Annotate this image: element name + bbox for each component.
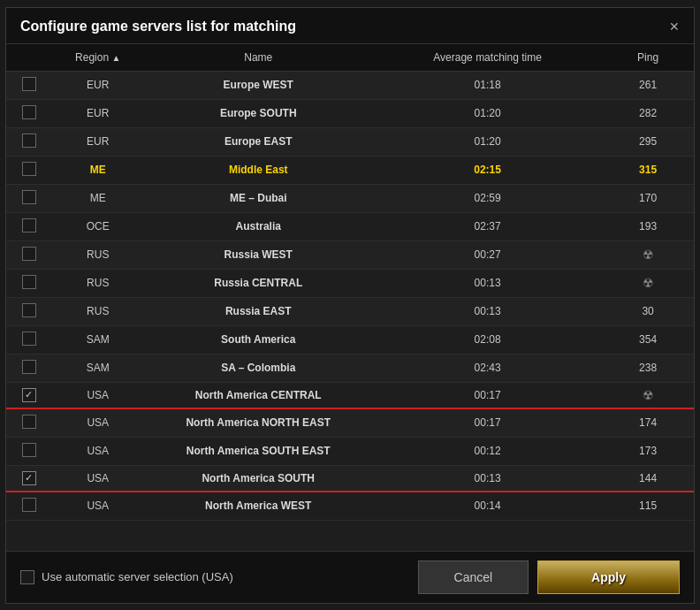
cell-avg-time: 02:37 (373, 212, 602, 240)
cell-name: SA – Colombia (144, 354, 373, 382)
ping-loading-icon: ☢ (643, 388, 654, 402)
cell-name: Australia (144, 212, 373, 240)
cell-region: RUS (52, 269, 144, 297)
row-checkbox[interactable] (22, 105, 36, 119)
row-checkbox[interactable] (22, 388, 36, 402)
apply-button[interactable]: Apply (537, 560, 680, 594)
row-checkbox[interactable] (22, 498, 36, 512)
table-row: USANorth America SOUTH00:13144 (6, 465, 694, 492)
cell-avg-time: 01:20 (373, 127, 602, 156)
cell-avg-time: 01:20 (373, 99, 602, 127)
table-row: EUREurope EAST01:20295 (6, 127, 694, 156)
cell-ping: ☢ (602, 269, 694, 297)
table-row: USANorth America SOUTH EAST00:12173 (6, 437, 694, 465)
cell-region: USA (52, 408, 144, 438)
cancel-button[interactable]: Cancel (418, 560, 529, 594)
cell-name: Europe WEST (144, 71, 373, 99)
cell-region: RUS (52, 297, 144, 325)
cell-ping: 174 (602, 408, 694, 438)
cell-avg-time: 00:17 (373, 382, 602, 408)
sort-icon: ▲ (111, 53, 120, 63)
table-body: EUREurope WEST01:18261EUREurope SOUTH01:… (6, 71, 694, 520)
row-checkbox[interactable] (22, 77, 36, 91)
cell-ping: 238 (602, 354, 694, 382)
table-row: RUSRussia CENTRAL00:13☢ (6, 269, 694, 297)
auto-select-label: Use automatic server selection (USA) (42, 570, 233, 583)
cell-name: North America WEST (144, 492, 373, 521)
cell-avg-time: 02:59 (373, 184, 602, 212)
table-row: RUSRussia EAST00:1330 (6, 297, 694, 325)
table-row: RUSRussia WEST00:27☢ (6, 240, 694, 269)
row-checkbox[interactable] (22, 275, 36, 289)
cell-avg-time: 02:43 (373, 354, 602, 382)
row-checkbox[interactable] (22, 133, 36, 148)
cell-ping: 261 (602, 71, 694, 99)
table-row: MEME – Dubai02:59170 (6, 184, 694, 212)
auto-select-option: Use automatic server selection (USA) (20, 570, 409, 584)
cell-avg-time: 00:13 (373, 269, 602, 297)
cell-avg-time: 00:12 (373, 437, 602, 465)
cell-ping: 144 (602, 465, 694, 492)
cell-ping: ☢ (602, 240, 694, 269)
ping-loading-icon: ☢ (643, 276, 654, 290)
cell-name: Russia WEST (144, 240, 373, 269)
row-checkbox[interactable] (22, 415, 36, 429)
table-row: USANorth America CENTRAL00:17☢ (6, 382, 694, 408)
cell-name: South America (144, 325, 373, 354)
table-row: EUREurope WEST01:18261 (6, 71, 694, 99)
cell-region: EUR (52, 99, 144, 127)
row-checkbox[interactable] (22, 471, 36, 485)
col-region[interactable]: Region ▲ (52, 44, 144, 72)
cell-region: EUR (52, 127, 144, 156)
cell-ping: 170 (602, 184, 694, 212)
row-checkbox[interactable] (22, 360, 36, 374)
cell-ping: 282 (602, 99, 694, 127)
table-row: USANorth America WEST00:14115 (6, 492, 694, 521)
cell-region: ME (52, 184, 144, 212)
cell-avg-time: 02:15 (373, 156, 602, 184)
row-checkbox[interactable] (22, 218, 36, 233)
cell-avg-time: 00:13 (373, 297, 602, 325)
cell-ping: 173 (602, 437, 694, 465)
row-checkbox[interactable] (22, 190, 36, 204)
table-row: SAMSouth America02:08354 (6, 325, 694, 354)
cell-ping: 315 (602, 156, 694, 184)
cell-region: SAM (52, 354, 144, 382)
cell-region: USA (52, 437, 144, 465)
table-row: MEMiddle East02:15315 (6, 156, 694, 184)
row-checkbox[interactable] (22, 162, 36, 176)
row-checkbox[interactable] (22, 303, 36, 317)
dialog-window: Configure game servers list for matching… (5, 7, 695, 604)
table-row: OCEAustralia02:37193 (6, 212, 694, 240)
title-bar: Configure game servers list for matching… (6, 8, 694, 44)
cell-ping: 115 (602, 492, 694, 521)
cell-ping: 193 (602, 212, 694, 240)
row-checkbox[interactable] (22, 443, 36, 457)
close-button[interactable]: ✕ (669, 19, 680, 34)
cell-region: USA (52, 492, 144, 521)
dialog-title: Configure game servers list for matching (20, 19, 296, 34)
auto-select-checkbox[interactable] (20, 570, 34, 584)
ping-loading-icon: ☢ (643, 248, 654, 262)
cell-name: ME – Dubai (144, 184, 373, 212)
cell-region: ME (52, 156, 144, 184)
cell-ping: 354 (602, 325, 694, 354)
table-row: SAMSA – Colombia02:43238 (6, 354, 694, 382)
col-name: Name (144, 44, 373, 72)
col-ping: Ping (602, 44, 694, 72)
row-checkbox[interactable] (22, 247, 36, 261)
cell-name: Russia EAST (144, 297, 373, 325)
cell-region: EUR (52, 71, 144, 99)
server-table-container: Region ▲ Name Average matching time Ping… (6, 44, 694, 551)
cell-avg-time: 01:18 (373, 71, 602, 99)
row-checkbox[interactable] (22, 332, 36, 346)
cell-ping: 30 (602, 297, 694, 325)
dialog-footer: Use automatic server selection (USA) Can… (6, 551, 694, 603)
cell-region: RUS (52, 240, 144, 269)
server-table: Region ▲ Name Average matching time Ping… (6, 44, 694, 521)
cell-avg-time: 00:17 (373, 408, 602, 438)
table-header-row: Region ▲ Name Average matching time Ping (6, 44, 694, 72)
col-avg-time: Average matching time (373, 44, 602, 72)
cell-name: North America SOUTH EAST (144, 437, 373, 465)
cell-name: Middle East (144, 156, 373, 184)
